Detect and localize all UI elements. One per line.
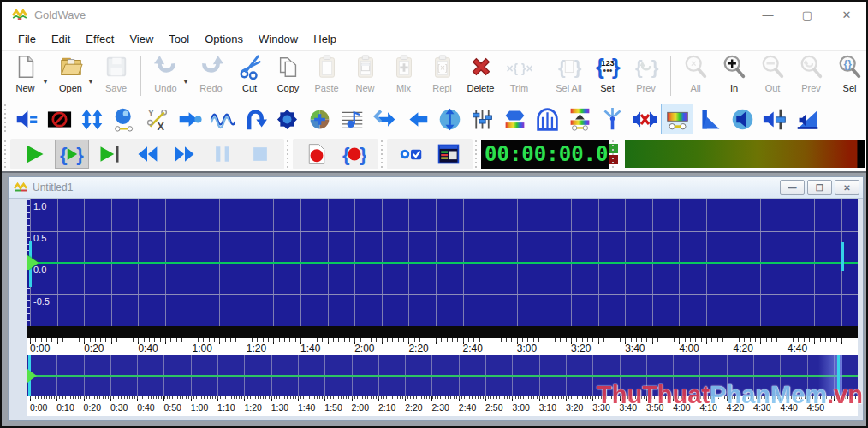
volume-button[interactable] bbox=[726, 104, 758, 134]
stop-button[interactable] bbox=[243, 140, 277, 169]
play-selection-button[interactable]: {} bbox=[55, 140, 89, 169]
cut-scissors-icon bbox=[236, 53, 264, 80]
fast-forward-button[interactable] bbox=[168, 140, 202, 169]
toolbar-gripper[interactable] bbox=[381, 140, 385, 168]
delete-button[interactable]: Delete bbox=[461, 51, 500, 100]
interpolate-icon bbox=[307, 107, 332, 132]
toolbar-gripper[interactable] bbox=[287, 140, 291, 168]
watermark-text: PhanMem bbox=[710, 381, 827, 408]
prev-selection-button[interactable]: {}Prev bbox=[627, 51, 665, 100]
doc-minimize-button[interactable]: — bbox=[780, 180, 805, 195]
minimize-button[interactable]: — bbox=[748, 2, 788, 27]
open-button[interactable]: Open bbox=[51, 51, 90, 100]
offset-left-icon bbox=[405, 107, 430, 132]
paste-clipboard-icon bbox=[313, 53, 341, 80]
pitch-button[interactable] bbox=[336, 104, 368, 134]
menu-edit[interactable]: Edit bbox=[44, 29, 78, 49]
mute-button[interactable] bbox=[43, 104, 75, 134]
zoom-in-button[interactable]: In bbox=[715, 51, 753, 100]
reverse-button[interactable] bbox=[238, 104, 271, 134]
offset-right-button[interactable] bbox=[173, 104, 205, 134]
playback-marker-icon[interactable] bbox=[27, 369, 37, 383]
paste-new-button[interactable]: New bbox=[346, 51, 384, 100]
mix-button[interactable]: Mix bbox=[384, 51, 423, 100]
main-waveform[interactable]: 1.00.50.0-0.5 bbox=[27, 199, 858, 326]
record-selection-button[interactable]: {} bbox=[337, 140, 372, 169]
select-all-button[interactable]: {}Sel All bbox=[550, 51, 588, 100]
copy-button[interactable]: Copy bbox=[269, 51, 307, 100]
main-timeline[interactable]: 0:000:200:401:001:201:402:002:202:403:00… bbox=[27, 338, 858, 355]
menu-help[interactable]: Help bbox=[306, 29, 344, 49]
doc-restore-button[interactable]: ❐ bbox=[807, 180, 832, 195]
timeline-label: 3:00 bbox=[517, 342, 537, 354]
zero-amplitude-line bbox=[27, 262, 858, 264]
save-button[interactable]: Save bbox=[97, 51, 135, 100]
control-properties-button[interactable] bbox=[431, 140, 466, 169]
mechanize-button[interactable] bbox=[271, 104, 303, 134]
pause-button[interactable] bbox=[205, 140, 240, 169]
document-title-bar[interactable]: Untitled1 — ❐ ✕ bbox=[9, 177, 863, 199]
maximize-button[interactable]: ▢ bbox=[788, 2, 827, 27]
menu-file[interactable]: File bbox=[10, 29, 44, 49]
filter-button[interactable] bbox=[498, 104, 531, 134]
menu-window[interactable]: Window bbox=[251, 29, 306, 49]
doppler-button[interactable] bbox=[108, 104, 140, 134]
reverb-button[interactable] bbox=[531, 104, 563, 134]
zoom-prev-label: Prev bbox=[801, 83, 821, 93]
noise-reduction-button[interactable] bbox=[563, 104, 596, 134]
spectrum-filter-button[interactable] bbox=[661, 104, 693, 134]
new-button[interactable]: New bbox=[6, 51, 45, 100]
undo-label: Undo bbox=[154, 83, 176, 93]
equalizer-button[interactable] bbox=[466, 104, 498, 134]
doc-close-button[interactable]: ✕ bbox=[835, 180, 859, 195]
record-button[interactable] bbox=[300, 140, 334, 169]
toolbar-gripper[interactable] bbox=[475, 140, 479, 168]
toolbar-gripper[interactable] bbox=[4, 104, 9, 134]
zoom-selection-button[interactable]: {}Sel bbox=[830, 51, 866, 100]
offset-left-button[interactable] bbox=[401, 104, 433, 134]
zoom-all-button[interactable]: ×All bbox=[676, 51, 715, 100]
spectrum-filter-icon bbox=[665, 107, 690, 132]
menu-options[interactable]: Options bbox=[197, 29, 251, 49]
monitor-input-button[interactable] bbox=[394, 140, 428, 169]
close-button[interactable]: ✕ bbox=[827, 2, 866, 27]
interpolate-button[interactable] bbox=[303, 104, 336, 134]
match-volume-button[interactable] bbox=[10, 104, 43, 134]
maximize-volume-button[interactable] bbox=[791, 104, 823, 134]
pop-click-fix-button[interactable] bbox=[596, 104, 628, 134]
menu-view[interactable]: View bbox=[122, 29, 161, 49]
toolbar-gripper[interactable] bbox=[612, 140, 616, 168]
fade-button[interactable] bbox=[693, 104, 726, 134]
document-icon bbox=[14, 182, 27, 193]
trim-button[interactable]: ×{ }×Trim bbox=[500, 51, 538, 100]
open-label: Open bbox=[59, 83, 82, 93]
silence-reduction-button[interactable] bbox=[628, 104, 661, 134]
zoom-out-button[interactable]: Out bbox=[753, 51, 792, 100]
flanger-button[interactable] bbox=[205, 104, 238, 134]
time-value: 00:00:00.0 bbox=[485, 142, 609, 166]
undo-button[interactable]: Undo bbox=[146, 51, 185, 100]
menu-tool[interactable]: Tool bbox=[161, 29, 197, 49]
echo-button[interactable] bbox=[368, 104, 401, 134]
set-selection-button[interactable]: {}123•••Set bbox=[588, 51, 627, 100]
change-volume-button[interactable] bbox=[758, 104, 791, 134]
copy-pages-icon bbox=[275, 53, 302, 80]
zoom-prev-button[interactable]: Prev bbox=[792, 51, 830, 100]
play-to-end-button[interactable] bbox=[92, 140, 127, 169]
svg-text:{}: {} bbox=[843, 58, 852, 70]
toolbar-gripper[interactable] bbox=[4, 140, 9, 168]
expression-evaluator-button[interactable]: YX bbox=[140, 104, 173, 134]
pan-button[interactable] bbox=[433, 104, 466, 134]
rewind-button[interactable] bbox=[130, 140, 164, 169]
redo-button[interactable]: Redo bbox=[192, 51, 230, 100]
cut-button[interactable]: Cut bbox=[230, 51, 269, 100]
paste-button[interactable]: Paste bbox=[307, 51, 346, 100]
shape-volume-button[interactable] bbox=[75, 104, 108, 134]
timeline-label: 2:20 bbox=[405, 402, 422, 413]
svg-text:X: X bbox=[157, 121, 164, 132]
play-button[interactable] bbox=[17, 140, 51, 169]
open-folder-icon bbox=[57, 53, 85, 80]
replace-button[interactable]: {×}Repl bbox=[423, 51, 461, 100]
monitor-group bbox=[387, 139, 473, 169]
menu-effect[interactable]: Effect bbox=[78, 29, 122, 49]
